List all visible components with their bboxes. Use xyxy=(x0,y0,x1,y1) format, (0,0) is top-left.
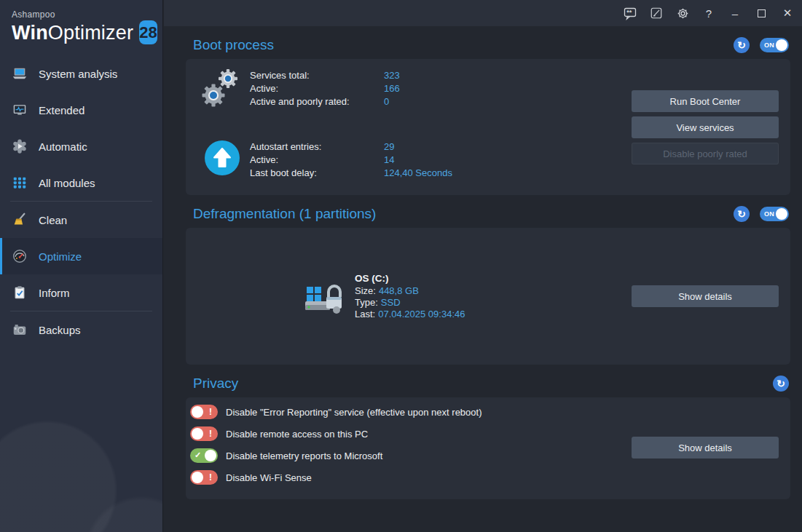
section-defragmentation: Defragmentation (1 partitions) ↻ ON xyxy=(164,195,802,365)
system-drive-lock-icon xyxy=(302,274,343,318)
stat-value: 29 xyxy=(384,140,394,154)
privacy-show-details-button[interactable]: Show details xyxy=(632,437,779,458)
titlebar: ** ? – ✕ xyxy=(164,0,802,26)
privacy-toggle-remote-access[interactable]: ! xyxy=(190,426,218,441)
defrag-show-details-button[interactable]: Show details xyxy=(632,285,779,307)
stat-label: Active: xyxy=(250,154,384,167)
sidebar-item-optimize[interactable]: Optimize xyxy=(0,238,162,274)
section-privacy: Privacy ↻ ! Disable "Error Reporting" se… xyxy=(164,365,802,499)
stat-label: Services total: xyxy=(250,69,384,82)
refresh-icon[interactable]: ↻ xyxy=(734,37,750,53)
privacy-toggle-label: Disable telemetry reports to Microsoft xyxy=(226,450,382,461)
sidebar-item-system-analysis[interactable]: System analysis xyxy=(0,55,162,92)
toggle-knob xyxy=(776,208,787,220)
stat-value: 0 xyxy=(384,95,389,108)
toggle-knob xyxy=(192,428,203,440)
sidebar-item-clean[interactable]: Clean xyxy=(0,202,162,238)
sidebar-item-inform[interactable]: Inform xyxy=(0,274,162,311)
exclaim-icon: ! xyxy=(209,407,212,417)
privacy-toggle-telemetry[interactable]: ✓ xyxy=(190,448,218,463)
stat-label: Last boot delay: xyxy=(250,167,384,180)
drive-label: Type: xyxy=(355,297,378,308)
automatic-icon xyxy=(11,138,28,155)
privacy-row: ! Disable Wi-Fi Sense xyxy=(190,467,790,488)
sidebar-nav: System analysis Extended Automatic All m… xyxy=(0,55,162,348)
stat-label: Active: xyxy=(250,82,384,95)
backups-icon xyxy=(11,321,28,338)
toggle-knob xyxy=(192,406,203,418)
sidebar-item-label: System analysis xyxy=(39,68,117,80)
app-window: Ashampoo WinOptimizer 28 System analysis… xyxy=(0,0,802,532)
sidebar-item-label: Optimize xyxy=(39,250,82,263)
autostart-up-arrow-icon xyxy=(194,139,250,180)
sidebar-item-label: Inform xyxy=(39,287,70,299)
privacy-row: ! Disable "Error Reporting" service (eff… xyxy=(190,401,790,423)
clean-icon xyxy=(11,211,28,229)
inform-icon xyxy=(11,284,28,301)
drive-value: 448,8 GB xyxy=(379,285,419,296)
notes-icon[interactable] xyxy=(643,0,669,26)
sidebar-item-backups[interactable]: Backups xyxy=(0,311,162,348)
brand-name: Ashampoo xyxy=(12,9,152,20)
stat-label: Active and poorly rated: xyxy=(250,95,384,108)
system-analysis-icon xyxy=(11,65,28,82)
app-logo: Ashampoo WinOptimizer 28 xyxy=(0,0,162,44)
main-content: Boot process ↻ ON Services total:323 xyxy=(164,26,802,532)
boot-power-toggle[interactable]: ON xyxy=(760,38,789,52)
svg-text:**: ** xyxy=(626,9,632,16)
sidebar-item-automatic[interactable]: Automatic xyxy=(0,128,162,164)
defragmentation-panel: OS (C:) Size:448,8 GB Type:SSD Last:07.0… xyxy=(186,228,790,365)
privacy-panel: ! Disable "Error Reporting" service (eff… xyxy=(186,397,790,499)
stat-value: 14 xyxy=(384,154,394,167)
view-services-button[interactable]: View services xyxy=(632,116,779,138)
drive-value: SSD xyxy=(381,297,401,308)
privacy-toggle-error-reporting[interactable]: ! xyxy=(190,405,218,419)
exclaim-icon: ! xyxy=(209,472,212,483)
sidebar: Ashampoo WinOptimizer 28 System analysis… xyxy=(0,0,163,532)
drive-label: Last: xyxy=(355,309,375,319)
settings-gear-icon[interactable] xyxy=(669,0,696,26)
toggle-knob xyxy=(192,472,203,483)
section-boot-process: Boot process ↻ ON Services total:323 xyxy=(164,26,802,195)
sidebar-item-label: Automatic xyxy=(39,140,87,153)
stat-value: 323 xyxy=(384,69,400,82)
sidebar-item-label: Backups xyxy=(39,324,81,336)
sidebar-item-label: Extended xyxy=(39,104,84,116)
privacy-toggle-label: Disable remote access on this PC xyxy=(226,429,368,440)
check-icon: ✓ xyxy=(194,450,201,460)
stat-value: 166 xyxy=(384,82,400,95)
sidebar-item-label: All modules xyxy=(39,177,95,189)
defrag-power-toggle[interactable]: ON xyxy=(760,207,789,221)
boot-process-panel: Services total:323 Active:166 Active and… xyxy=(186,59,790,195)
refresh-icon[interactable]: ↻ xyxy=(734,206,750,222)
sidebar-item-label: Clean xyxy=(39,214,67,226)
privacy-toggle-wifi-sense[interactable]: ! xyxy=(190,470,218,485)
disable-poorly-rated-button[interactable]: Disable poorly rated xyxy=(632,143,779,164)
defragmentation-title: Defragmentation (1 partitions) xyxy=(193,206,734,222)
toggle-knob xyxy=(776,39,787,51)
toggle-knob xyxy=(205,450,216,461)
all-modules-icon xyxy=(11,174,28,191)
run-boot-center-button[interactable]: Run Boot Center xyxy=(632,90,779,112)
sidebar-item-all-modules[interactable]: All modules xyxy=(0,164,162,201)
maximize-icon[interactable] xyxy=(748,0,774,26)
exclaim-icon: ! xyxy=(209,429,212,439)
help-icon[interactable]: ? xyxy=(696,0,722,26)
stat-label: Autostart entries: xyxy=(250,140,384,154)
app-name: WinOptimizer xyxy=(12,21,133,44)
version-badge: 28 xyxy=(139,20,157,44)
privacy-title: Privacy xyxy=(193,376,773,392)
boot-process-title: Boot process xyxy=(193,37,734,53)
extended-icon xyxy=(11,101,28,119)
optimize-icon xyxy=(11,247,28,265)
feedback-icon[interactable]: ** xyxy=(617,0,643,26)
refresh-icon[interactable]: ↻ xyxy=(773,376,789,392)
drive-name: OS (C:) xyxy=(355,273,465,284)
services-gears-icon xyxy=(194,68,250,110)
close-icon[interactable]: ✕ xyxy=(774,0,801,26)
drive-value: 07.04.2025 09:34:46 xyxy=(378,309,465,319)
minimize-icon[interactable]: – xyxy=(722,0,748,26)
sidebar-item-extended[interactable]: Extended xyxy=(0,92,162,128)
stat-value: 124,40 Seconds xyxy=(384,167,452,180)
privacy-toggle-label: Disable "Error Reporting" service (effec… xyxy=(226,407,482,418)
